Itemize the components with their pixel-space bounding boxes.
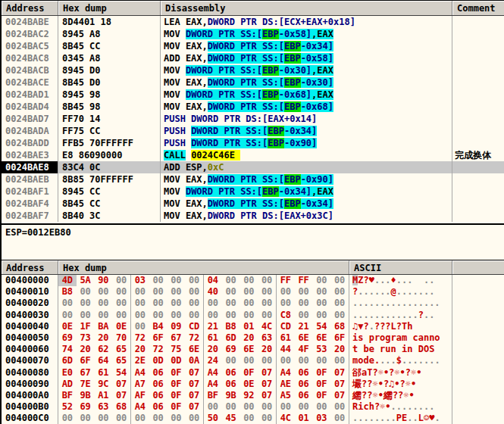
hex-byte: 00	[77, 310, 95, 321]
byte-group: 03000000	[131, 275, 204, 286]
hex-byte: A7	[131, 379, 149, 390]
hex-byte: 00	[313, 275, 331, 286]
hex-byte: 06	[222, 367, 240, 379]
hex-byte: 20	[204, 344, 222, 355]
dump-address: 00400060	[2, 344, 58, 355]
disasm-row[interactable]: 0024BAE3E8 86090000CALL 0024C46E完成换体	[2, 149, 504, 161]
hex-byte: 00	[222, 310, 240, 321]
instruction-address: 0024BAF1	[2, 186, 58, 198]
disasm-row[interactable]: 0024BAF78B40 3CMOV EAX,DWORD PTR DS:[EAX…	[2, 210, 504, 222]
disasm-row[interactable]: 0024BAC58B45 CCMOV EAX,DWORD PTR SS:[EBP…	[2, 40, 504, 52]
dump-column-header-hexdump[interactable]: Hex dump	[58, 260, 349, 274]
hex-byte: 62	[95, 344, 113, 355]
hex-byte: 45	[222, 413, 240, 424]
hex-byte: 00	[258, 298, 276, 309]
disasm-segment: -0x58]	[279, 29, 311, 39]
dump-row[interactable]: 0040002000000000000000000000000000000000…	[2, 298, 504, 309]
disasm-row[interactable]: 0024BAEB8B85 70FFFFFFMOV EAX,DWORD PTR S…	[2, 173, 504, 186]
dump-column-header-ascii[interactable]: ASCII	[349, 260, 452, 274]
disasm-row[interactable]: 0024BAE883C4 0CADD ESP,0xC	[2, 161, 504, 173]
hex-byte: 00	[95, 413, 113, 424]
dump-address: 00400070	[2, 355, 58, 366]
instruction-bytes: 0345 A8	[58, 52, 161, 64]
dump-row[interactable]: 004000004D5A90000300000004000000FFFF0000…	[2, 275, 504, 286]
instruction-disassembly: MOV EAX,DWORD PTR SS:[EBP-0x30]	[161, 76, 452, 89]
dump-row[interactable]: 00400060742062652072756E20696E20444F5320…	[2, 344, 504, 355]
dump-row[interactable]: 004000B052696368A4060F070000000000000000…	[2, 401, 504, 413]
instruction-comment	[452, 89, 504, 101]
instruction-disassembly: LEA EAX,DWORD PTR DS:[ECX+EAX+0x18]	[161, 16, 452, 28]
hex-byte: 00	[330, 401, 349, 413]
ascii-segment: ...	[396, 275, 413, 285]
ascii-segment: ........	[352, 413, 396, 423]
instruction-bytes: 8B45 CC	[58, 40, 161, 52]
hex-byte: 00	[58, 413, 77, 424]
byte-group: A7060F07	[131, 379, 204, 390]
disasm-row[interactable]: 0024BAF18945 CCMOV DWORD PTR SS:[EBP-0x3…	[2, 186, 504, 198]
instruction-comment	[452, 137, 504, 149]
disasm-segment: EBP	[262, 29, 279, 39]
dump-row[interactable]: 00400090AD7E9C07A7060F07A4060E07AE060F07…	[2, 379, 504, 390]
disasm-row[interactable]: 0024BAF48B45 CCMOV EAX,DWORD PTR SS:[EBP…	[2, 198, 504, 210]
dump-row[interactable]: 00400010B8000000000000004000000000000000…	[2, 286, 504, 298]
hex-byte: 06	[149, 401, 167, 413]
dump-row[interactable]: 004000706D6F64652E0D0D0A2400000000000000…	[2, 355, 504, 366]
instruction-disassembly: MOV EAX,DWORD PTR SS:[EBP-0x34]	[161, 40, 452, 52]
disasm-row[interactable]: 0024BACE8B45 D0MOV EAX,DWORD PTR SS:[EBP…	[2, 76, 504, 89]
hex-byte: 00	[313, 286, 331, 298]
hex-byte: 00	[112, 298, 130, 309]
column-header-comment[interactable]: Comment	[452, 1, 504, 15]
byte-group: A5060F07	[277, 390, 349, 401]
ascii-segment: Z?♥	[358, 275, 374, 285]
instruction-disassembly: MOV DWORD PTR SS:[EBP-0x34],EAX	[161, 186, 452, 198]
hex-byte: 00	[167, 275, 186, 286]
hex-byte: 00	[167, 286, 186, 298]
byte-group: A4060F07	[204, 367, 277, 379]
dump-row-padding	[452, 413, 504, 424]
ascii-segment: Rich?☼•	[352, 401, 391, 412]
instruction-comment	[452, 64, 504, 76]
byte-group: 00000000	[204, 401, 277, 413]
disasm-row[interactable]: 0024BADDFFB5 70FFFFFFPUSH DWORD PTR SS:[…	[2, 137, 504, 149]
disasm-row[interactable]: 0024BAC80345 A8ADD EAX,DWORD PTR SS:[EBP…	[2, 52, 504, 64]
disasm-row[interactable]: 0024BAD48B45 98MOV EAX,DWORD PTR SS:[EBP…	[2, 101, 504, 113]
disasm-row[interactable]: 0024BAD18945 98MOV DWORD PTR SS:[EBP-0x6…	[2, 89, 504, 101]
dump-row[interactable]: 00400080E0676154A4060F07A4060F07A4060F07…	[2, 367, 504, 379]
hex-byte: 00	[330, 310, 349, 321]
dump-row[interactable]: 004000A0BF9BA107AF060F07BF9B9207A5060F07…	[2, 390, 504, 401]
ascii-segment: L☺♥	[418, 413, 435, 423]
hex-byte: 72	[131, 332, 149, 344]
dump-row[interactable]: 004000C00000000000000000504500004C010300…	[2, 413, 504, 424]
dump-address: 00400040	[2, 321, 58, 332]
instruction-address: 0024BAEB	[2, 173, 58, 186]
dump-row[interactable]: 0040005069732070726F6772616D2063616E6E6F…	[2, 332, 504, 344]
hex-byte: 00	[295, 298, 313, 309]
instruction-address: 0024BAE8	[2, 161, 58, 173]
dump-row[interactable]: 00400030000000000000000000000000C8000000…	[2, 310, 504, 321]
disasm-row[interactable]: 0024BADAFF75 CCPUSH DWORD PTR SS:[EBP-0x…	[2, 125, 504, 137]
dump-column-header-address[interactable]: Address	[2, 260, 58, 274]
column-header-hexdump[interactable]: Hex dump	[58, 1, 161, 15]
ascii-segment: ........	[391, 401, 435, 412]
dump-row[interactable]: 004000400E1FBA0E00B409CD21B8014CCD215468…	[2, 321, 504, 332]
column-header-disassembly[interactable]: Disassembly	[161, 1, 452, 15]
byte-group: BF9B9207	[204, 390, 277, 401]
disasm-row[interactable]: 0024BAD7FF70 14PUSH DWORD PTR DS:[EAX+0x…	[2, 113, 504, 125]
byte-group: 00000000	[277, 286, 349, 298]
byte-group: 40000000	[204, 286, 277, 298]
disasm-segment: DWORD PTR SS:[	[191, 138, 268, 148]
dump-address: 00400000	[2, 275, 58, 286]
instruction-disassembly: ADD EAX,DWORD PTR SS:[EBP-0x58]	[161, 52, 452, 64]
column-header-address[interactable]: Address	[2, 1, 58, 15]
hex-byte: 0A	[185, 355, 203, 366]
hex-byte: 21	[295, 321, 313, 332]
disasm-row[interactable]: 0024BACB8945 D0MOV DWORD PTR SS:[EBP-0x3…	[2, 64, 504, 76]
hex-byte: 03	[313, 413, 331, 424]
hex-byte: 7E	[77, 379, 95, 390]
disasm-row[interactable]: 0024BAC28945 A8MOV DWORD PTR SS:[EBP-0x5…	[2, 28, 504, 40]
disasm-row[interactable]: 0024BABE8D4401 18LEA EAX,DWORD PTR DS:[E…	[2, 16, 504, 28]
disasm-segment: DWORD PTR SS:[	[208, 77, 284, 88]
hex-byte: 0E	[240, 379, 258, 390]
disasm-segment: MOV EAX,	[164, 174, 208, 185]
instruction-comment	[452, 125, 504, 137]
